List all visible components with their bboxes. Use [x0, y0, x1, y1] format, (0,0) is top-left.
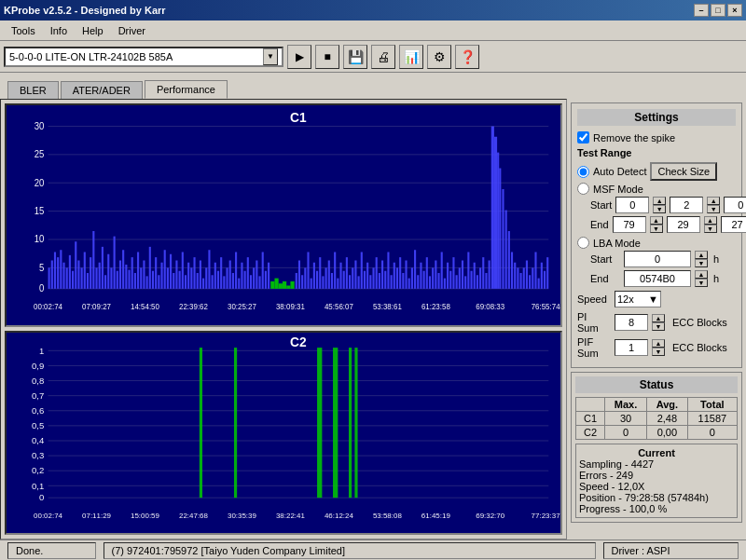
- chart-button[interactable]: 📊: [399, 45, 423, 69]
- play-button[interactable]: ▶: [287, 45, 311, 69]
- pi-sum-input[interactable]: [615, 314, 648, 331]
- svg-rect-41: [122, 250, 124, 289]
- close-button[interactable]: ×: [727, 4, 742, 17]
- svg-rect-115: [349, 275, 351, 289]
- maximize-button[interactable]: □: [711, 4, 725, 17]
- print-button[interactable]: 🖨: [371, 45, 395, 69]
- msf-end-f[interactable]: [721, 216, 746, 233]
- svg-rect-76: [226, 267, 228, 288]
- msf-mode-radio[interactable]: [577, 183, 589, 195]
- msf-end-m-up[interactable]: ▲: [650, 216, 663, 225]
- msf-start-f[interactable]: [724, 197, 746, 213]
- svg-rect-129: [391, 275, 393, 289]
- save-button[interactable]: 💾: [343, 45, 367, 69]
- stop-button[interactable]: ■: [315, 45, 339, 69]
- svg-rect-61: [182, 252, 184, 288]
- svg-rect-119: [361, 252, 363, 288]
- minimize-button[interactable]: –: [694, 4, 709, 17]
- pi-sum-down[interactable]: ▼: [652, 322, 665, 331]
- svg-text:38:22:41: 38:22:41: [276, 512, 305, 520]
- svg-text:15:00:59: 15:00:59: [131, 512, 159, 520]
- svg-rect-121: [366, 263, 368, 289]
- check-size-button[interactable]: Check Size: [650, 162, 717, 181]
- svg-rect-0: [7, 105, 560, 325]
- msf-end-m[interactable]: [613, 216, 646, 233]
- remove-spike-checkbox[interactable]: [577, 131, 589, 143]
- lba-end-input[interactable]: [624, 270, 691, 287]
- pi-sum-up[interactable]: ▲: [652, 314, 665, 322]
- msf-start-m-down[interactable]: ▼: [653, 205, 666, 213]
- svg-text:0,8: 0,8: [32, 376, 44, 386]
- svg-rect-135: [408, 279, 410, 289]
- menu-info[interactable]: Info: [43, 23, 75, 38]
- msf-start-s-down[interactable]: ▼: [707, 205, 720, 213]
- c2-chart: 1 0,9 0,8 0,7 0,6 0,5 0,4 0,3 0,2 0,1 0 …: [5, 331, 562, 535]
- msf-start-m[interactable]: [615, 197, 649, 213]
- lba-start-input[interactable]: [624, 251, 691, 267]
- pif-sum-row: PIF Sum ▲ ▼ ECC Blocks: [577, 336, 736, 359]
- svg-rect-167: [502, 189, 504, 289]
- svg-rect-126: [381, 260, 383, 288]
- chart-area: C1 30 25 20 15 10 5 0: [0, 99, 567, 540]
- c2-svg: 1 0,9 0,8 0,7 0,6 0,5 0,4 0,3 0,2 0,1 0 …: [7, 333, 560, 533]
- msf-end-m-down[interactable]: ▼: [650, 225, 663, 233]
- msf-end-s-up[interactable]: ▲: [704, 216, 717, 225]
- svg-rect-136: [411, 267, 413, 288]
- pif-sum-input[interactable]: [615, 339, 648, 356]
- menu-tools[interactable]: Tools: [4, 23, 43, 38]
- tab-bler[interactable]: BLER: [7, 81, 59, 99]
- svg-rect-132: [399, 257, 401, 289]
- lba-end-down[interactable]: ▼: [695, 279, 708, 287]
- svg-rect-49: [146, 276, 148, 288]
- svg-rect-25: [75, 241, 76, 289]
- svg-rect-58: [173, 273, 174, 289]
- status-right: Driver : ASPI: [603, 542, 739, 559]
- drive-combo[interactable]: 5-0-0-0 LITE-ON LTR-24102B 585A ▼: [4, 47, 283, 67]
- main-content: C1 30 25 20 15 10 5 0: [0, 99, 746, 540]
- msf-start-s[interactable]: [670, 197, 703, 213]
- svg-rect-162: [477, 275, 478, 289]
- ecc-blocks-label2: ECC Blocks: [672, 342, 727, 353]
- svg-text:45:56:07: 45:56:07: [325, 303, 353, 311]
- svg-rect-133: [402, 273, 404, 289]
- ecc-blocks-label1: ECC Blocks: [672, 317, 727, 328]
- tab-performance[interactable]: Performance: [145, 80, 228, 99]
- svg-text:25: 25: [35, 149, 45, 159]
- lba-start-up[interactable]: ▲: [695, 251, 708, 259]
- settings-button[interactable]: ⚙: [427, 45, 451, 69]
- menu-help[interactable]: Help: [75, 23, 111, 38]
- pif-sum-label: PIF Sum: [577, 336, 611, 359]
- svg-rect-98: [298, 260, 300, 288]
- svg-rect-81: [241, 263, 242, 289]
- svg-rect-112: [339, 263, 341, 289]
- svg-rect-91: [270, 281, 274, 289]
- drive-combo-arrow[interactable]: ▼: [263, 48, 278, 65]
- svg-rect-107: [325, 267, 327, 288]
- svg-text:69:08:33: 69:08:33: [476, 303, 504, 311]
- tab-ater-ader[interactable]: ATER/ADER: [61, 81, 143, 99]
- msf-end-s-down[interactable]: ▼: [704, 225, 717, 233]
- svg-rect-65: [193, 257, 195, 289]
- svg-rect-110: [334, 252, 336, 288]
- auto-detect-radio[interactable]: [577, 166, 589, 178]
- svg-rect-168: [505, 210, 507, 288]
- svg-rect-100: [304, 267, 306, 288]
- help-button[interactable]: ❓: [455, 45, 479, 69]
- msf-end-s[interactable]: [667, 216, 700, 233]
- svg-rect-29: [87, 273, 89, 289]
- svg-text:0,1: 0,1: [32, 481, 44, 491]
- pif-sum-down[interactable]: ▼: [652, 348, 665, 356]
- svg-rect-77: [229, 260, 231, 288]
- svg-rect-71: [212, 275, 214, 289]
- pif-sum-up[interactable]: ▲: [652, 339, 665, 348]
- lba-end-up[interactable]: ▲: [695, 270, 708, 279]
- lba-mode-radio[interactable]: [577, 237, 589, 249]
- msf-start-m-up[interactable]: ▲: [653, 197, 666, 205]
- svg-rect-140: [423, 271, 425, 289]
- svg-rect-175: [526, 260, 528, 288]
- msf-start-s-up[interactable]: ▲: [707, 197, 720, 205]
- menu-driver[interactable]: Driver: [111, 23, 153, 38]
- lba-start-down[interactable]: ▼: [695, 259, 708, 267]
- speed-combo[interactable]: 12x ▼: [615, 291, 661, 307]
- svg-text:0,9: 0,9: [32, 361, 44, 371]
